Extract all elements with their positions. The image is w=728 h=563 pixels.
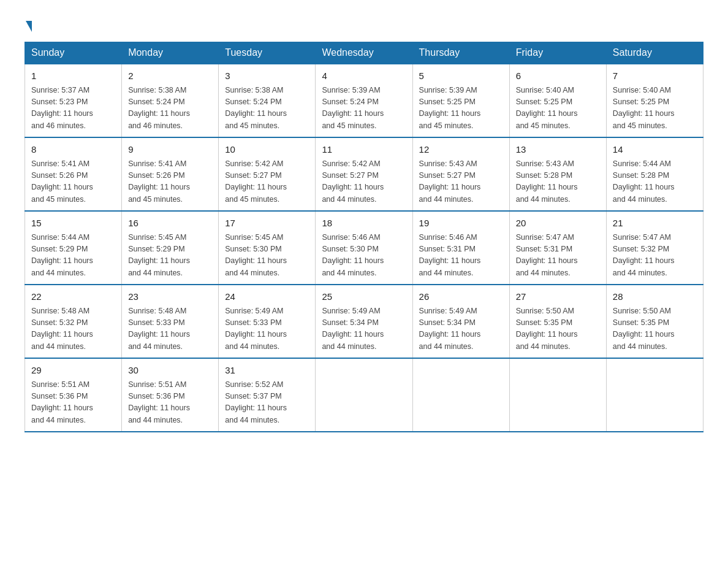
day-info: Sunrise: 5:41 AM Sunset: 5:26 PM Dayligh… <box>31 158 115 206</box>
logo <box>25 18 32 29</box>
day-info: Sunrise: 5:47 AM Sunset: 5:32 PM Dayligh… <box>613 232 697 280</box>
calendar-cell: 14 Sunrise: 5:44 AM Sunset: 5:28 PM Dayl… <box>606 137 703 211</box>
calendar-cell: 26 Sunrise: 5:49 AM Sunset: 5:34 PM Dayl… <box>412 285 509 358</box>
week-row-5: 29 Sunrise: 5:51 AM Sunset: 5:36 PM Dayl… <box>25 358 703 432</box>
day-number: 21 <box>613 216 697 231</box>
day-number: 27 <box>516 290 600 304</box>
calendar-cell: 20 Sunrise: 5:47 AM Sunset: 5:31 PM Dayl… <box>509 211 606 285</box>
day-info: Sunrise: 5:40 AM Sunset: 5:25 PM Dayligh… <box>613 85 697 132</box>
day-number: 19 <box>419 216 503 231</box>
day-number: 18 <box>322 216 406 231</box>
header-sunday: Sunday <box>25 42 122 64</box>
day-number: 29 <box>31 364 115 378</box>
header-saturday: Saturday <box>606 42 703 64</box>
week-row-1: 1 Sunrise: 5:37 AM Sunset: 5:23 PM Dayli… <box>25 64 703 137</box>
calendar-cell: 12 Sunrise: 5:43 AM Sunset: 5:27 PM Dayl… <box>412 137 509 211</box>
header-wednesday: Wednesday <box>316 42 412 64</box>
calendar-cell: 9 Sunrise: 5:41 AM Sunset: 5:26 PM Dayli… <box>122 137 219 211</box>
day-number: 13 <box>516 143 600 157</box>
calendar-cell: 7 Sunrise: 5:40 AM Sunset: 5:25 PM Dayli… <box>606 64 703 137</box>
week-row-3: 15 Sunrise: 5:44 AM Sunset: 5:29 PM Dayl… <box>25 211 703 285</box>
calendar-cell: 15 Sunrise: 5:44 AM Sunset: 5:29 PM Dayl… <box>25 211 122 285</box>
day-number: 7 <box>613 69 697 83</box>
day-info: Sunrise: 5:40 AM Sunset: 5:25 PM Dayligh… <box>516 85 600 132</box>
calendar-cell: 2 Sunrise: 5:38 AM Sunset: 5:24 PM Dayli… <box>122 64 219 137</box>
day-info: Sunrise: 5:41 AM Sunset: 5:26 PM Dayligh… <box>128 158 212 206</box>
day-info: Sunrise: 5:42 AM Sunset: 5:27 PM Dayligh… <box>225 158 309 206</box>
calendar-cell: 29 Sunrise: 5:51 AM Sunset: 5:36 PM Dayl… <box>25 358 122 432</box>
calendar-body: 1 Sunrise: 5:37 AM Sunset: 5:23 PM Dayli… <box>25 64 703 432</box>
day-info: Sunrise: 5:47 AM Sunset: 5:31 PM Dayligh… <box>516 232 600 280</box>
calendar-cell: 23 Sunrise: 5:48 AM Sunset: 5:33 PM Dayl… <box>122 285 219 358</box>
day-number: 24 <box>225 290 309 304</box>
logo-triangle-icon <box>26 21 32 32</box>
calendar-table: SundayMondayTuesdayWednesdayThursdayFrid… <box>25 42 703 432</box>
day-number: 31 <box>225 364 309 378</box>
day-number: 5 <box>419 69 503 83</box>
day-info: Sunrise: 5:49 AM Sunset: 5:34 PM Dayligh… <box>419 305 503 353</box>
day-info: Sunrise: 5:39 AM Sunset: 5:25 PM Dayligh… <box>419 85 503 132</box>
calendar-cell: 21 Sunrise: 5:47 AM Sunset: 5:32 PM Dayl… <box>606 211 703 285</box>
day-info: Sunrise: 5:46 AM Sunset: 5:30 PM Dayligh… <box>322 232 406 280</box>
day-number: 26 <box>419 290 503 304</box>
calendar-cell: 17 Sunrise: 5:45 AM Sunset: 5:30 PM Dayl… <box>219 211 316 285</box>
calendar-cell: 3 Sunrise: 5:38 AM Sunset: 5:24 PM Dayli… <box>219 64 316 137</box>
day-info: Sunrise: 5:50 AM Sunset: 5:35 PM Dayligh… <box>613 305 697 353</box>
day-number: 23 <box>128 290 212 304</box>
header-thursday: Thursday <box>412 42 509 64</box>
page-header <box>25 18 703 29</box>
day-info: Sunrise: 5:52 AM Sunset: 5:37 PM Dayligh… <box>225 379 309 427</box>
calendar-cell: 18 Sunrise: 5:46 AM Sunset: 5:30 PM Dayl… <box>316 211 412 285</box>
week-row-4: 22 Sunrise: 5:48 AM Sunset: 5:32 PM Dayl… <box>25 285 703 358</box>
day-info: Sunrise: 5:45 AM Sunset: 5:30 PM Dayligh… <box>225 232 309 280</box>
day-number: 10 <box>225 143 309 157</box>
calendar-cell: 8 Sunrise: 5:41 AM Sunset: 5:26 PM Dayli… <box>25 137 122 211</box>
day-number: 3 <box>225 69 309 83</box>
day-number: 1 <box>31 69 115 83</box>
day-number: 2 <box>128 69 212 83</box>
header-monday: Monday <box>122 42 219 64</box>
day-number: 6 <box>516 69 600 83</box>
calendar-cell: 16 Sunrise: 5:45 AM Sunset: 5:29 PM Dayl… <box>122 211 219 285</box>
day-number: 12 <box>419 143 503 157</box>
header-row: SundayMondayTuesdayWednesdayThursdayFrid… <box>25 42 703 64</box>
day-info: Sunrise: 5:37 AM Sunset: 5:23 PM Dayligh… <box>31 85 115 132</box>
day-info: Sunrise: 5:38 AM Sunset: 5:24 PM Dayligh… <box>225 85 309 132</box>
day-number: 11 <box>322 143 406 157</box>
day-number: 16 <box>128 216 212 231</box>
calendar-cell: 1 Sunrise: 5:37 AM Sunset: 5:23 PM Dayli… <box>25 64 122 137</box>
calendar-cell: 22 Sunrise: 5:48 AM Sunset: 5:32 PM Dayl… <box>25 285 122 358</box>
calendar-cell: 24 Sunrise: 5:49 AM Sunset: 5:33 PM Dayl… <box>219 285 316 358</box>
header-friday: Friday <box>509 42 606 64</box>
day-number: 8 <box>31 143 115 157</box>
day-info: Sunrise: 5:43 AM Sunset: 5:28 PM Dayligh… <box>516 158 600 206</box>
day-info: Sunrise: 5:39 AM Sunset: 5:24 PM Dayligh… <box>322 85 406 132</box>
day-info: Sunrise: 5:42 AM Sunset: 5:27 PM Dayligh… <box>322 158 406 206</box>
calendar-cell <box>316 358 412 432</box>
day-info: Sunrise: 5:44 AM Sunset: 5:28 PM Dayligh… <box>613 158 697 206</box>
header-tuesday: Tuesday <box>219 42 316 64</box>
calendar-cell: 28 Sunrise: 5:50 AM Sunset: 5:35 PM Dayl… <box>606 285 703 358</box>
calendar-cell <box>412 358 509 432</box>
day-info: Sunrise: 5:46 AM Sunset: 5:31 PM Dayligh… <box>419 232 503 280</box>
calendar-cell: 11 Sunrise: 5:42 AM Sunset: 5:27 PM Dayl… <box>316 137 412 211</box>
day-number: 30 <box>128 364 212 378</box>
day-number: 4 <box>322 69 406 83</box>
day-info: Sunrise: 5:50 AM Sunset: 5:35 PM Dayligh… <box>516 305 600 353</box>
day-number: 28 <box>613 290 697 304</box>
week-row-2: 8 Sunrise: 5:41 AM Sunset: 5:26 PM Dayli… <box>25 137 703 211</box>
day-number: 15 <box>31 216 115 231</box>
day-info: Sunrise: 5:49 AM Sunset: 5:33 PM Dayligh… <box>225 305 309 353</box>
day-info: Sunrise: 5:48 AM Sunset: 5:33 PM Dayligh… <box>128 305 212 353</box>
day-info: Sunrise: 5:45 AM Sunset: 5:29 PM Dayligh… <box>128 232 212 280</box>
calendar-cell: 31 Sunrise: 5:52 AM Sunset: 5:37 PM Dayl… <box>219 358 316 432</box>
day-info: Sunrise: 5:49 AM Sunset: 5:34 PM Dayligh… <box>322 305 406 353</box>
calendar-cell: 5 Sunrise: 5:39 AM Sunset: 5:25 PM Dayli… <box>412 64 509 137</box>
calendar-cell: 10 Sunrise: 5:42 AM Sunset: 5:27 PM Dayl… <box>219 137 316 211</box>
day-info: Sunrise: 5:51 AM Sunset: 5:36 PM Dayligh… <box>128 379 212 427</box>
day-number: 22 <box>31 290 115 304</box>
day-info: Sunrise: 5:43 AM Sunset: 5:27 PM Dayligh… <box>419 158 503 206</box>
day-number: 17 <box>225 216 309 231</box>
day-info: Sunrise: 5:51 AM Sunset: 5:36 PM Dayligh… <box>31 379 115 427</box>
day-info: Sunrise: 5:44 AM Sunset: 5:29 PM Dayligh… <box>31 232 115 280</box>
